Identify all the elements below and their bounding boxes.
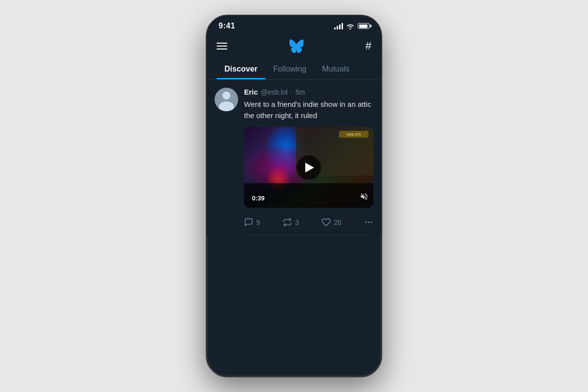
signal-icon [334, 23, 343, 29]
app-header: # [207, 34, 381, 60]
video-duration: 0:39 [249, 194, 268, 203]
mute-icon[interactable] [360, 192, 368, 203]
play-button[interactable] [296, 155, 321, 180]
post-time: 5m [295, 88, 305, 96]
menu-button[interactable] [217, 43, 227, 49]
comment-count: 9 [256, 219, 260, 226]
video-player[interactable]: NSE-075 0:39 [244, 127, 373, 208]
status-bar: 9:41 [207, 16, 381, 34]
phone-frame: 9:41 # [206, 15, 382, 377]
tab-discover[interactable]: Discover [217, 60, 266, 79]
svg-point-1 [368, 221, 369, 223]
feed: Eric @esb.lol · 5m Went to a friend's in… [207, 80, 381, 235]
more-icon [364, 218, 373, 227]
svg-point-0 [365, 221, 367, 223]
tabs-bar: Discover Following Mutuals [207, 60, 381, 80]
repost-button[interactable]: 3 [283, 218, 299, 227]
battery-icon [358, 23, 369, 29]
wifi-icon [346, 23, 355, 29]
post-author-handle: @esb.lol [261, 88, 288, 96]
like-count: 20 [334, 219, 342, 226]
status-time: 9:41 [219, 22, 235, 30]
post-item: Eric @esb.lol · 5m Went to a friend's in… [215, 88, 373, 235]
post-text: Went to a friend's indie show in an atti… [244, 99, 373, 121]
svg-point-2 [370, 221, 372, 223]
status-icons [334, 23, 369, 29]
tab-mutuals[interactable]: Mutuals [314, 60, 357, 79]
post-author-name[interactable]: Eric [244, 88, 258, 96]
hashtag-button[interactable]: # [366, 40, 371, 52]
like-button[interactable]: 20 [321, 218, 342, 227]
repost-icon [283, 218, 292, 227]
comment-button[interactable]: 9 [244, 218, 260, 227]
post-actions: 9 3 2 [244, 214, 373, 235]
post-header: Eric @esb.lol · 5m [244, 88, 373, 96]
post-dot: · [291, 88, 293, 96]
repost-count: 3 [295, 219, 299, 226]
post-content: Eric @esb.lol · 5m Went to a friend's in… [244, 88, 373, 235]
heart-icon [321, 218, 331, 227]
tab-following[interactable]: Following [266, 60, 315, 79]
more-options-button[interactable] [364, 218, 373, 227]
comment-icon [244, 218, 253, 227]
bluesky-logo [289, 39, 304, 53]
avatar[interactable] [215, 88, 238, 111]
